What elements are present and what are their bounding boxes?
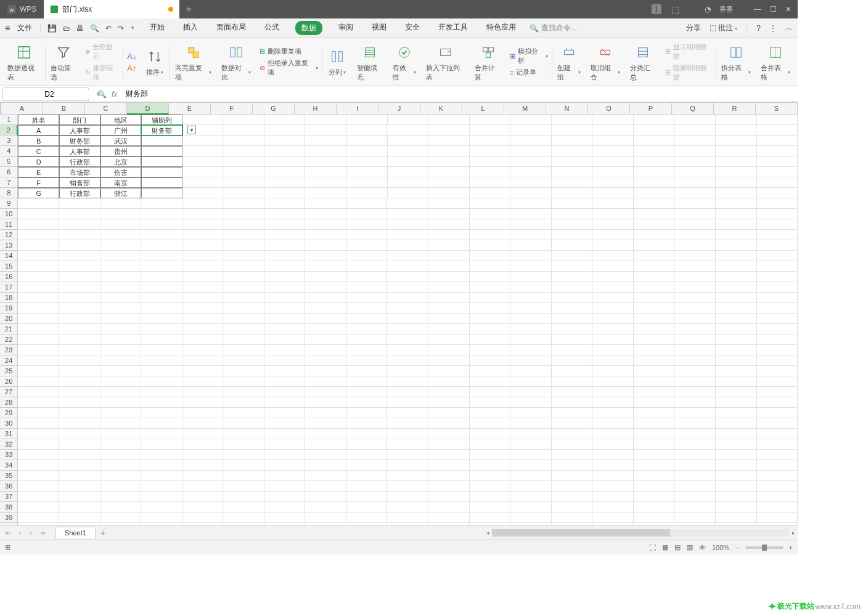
cell-L33[interactable]: [470, 450, 511, 460]
cell-J38[interactable]: [387, 502, 428, 513]
cell-F35[interactable]: [223, 471, 264, 481]
cell-A3[interactable]: B: [18, 136, 59, 146]
cell-F31[interactable]: [223, 429, 264, 439]
add-sheet-button[interactable]: +: [100, 528, 105, 538]
cell-N7[interactable]: [552, 177, 593, 188]
cell-R4[interactable]: [716, 146, 757, 156]
cell-N12[interactable]: [552, 230, 593, 240]
cell-P14[interactable]: [634, 251, 675, 261]
column-header-M[interactable]: M: [504, 102, 546, 115]
cell-Q2[interactable]: [674, 125, 716, 136]
ribbon-validation[interactable]: 有效性▾: [388, 38, 421, 86]
cell-Q16[interactable]: [674, 272, 716, 282]
row-header-27[interactable]: 27: [0, 387, 18, 397]
cell-H37[interactable]: [305, 492, 346, 502]
cell-M24[interactable]: [510, 355, 552, 366]
cell-D14[interactable]: [141, 251, 182, 261]
cell-M11[interactable]: [510, 219, 552, 230]
cell-L4[interactable]: [470, 146, 511, 156]
cell-N40[interactable]: [552, 523, 593, 525]
column-header-D[interactable]: D: [127, 102, 169, 115]
cell-R12[interactable]: [716, 230, 757, 240]
sheet-nav-last[interactable]: ⇥: [37, 529, 47, 537]
cell-R11[interactable]: [716, 219, 757, 230]
cell-L34[interactable]: [470, 460, 511, 471]
row-header-10[interactable]: 10: [0, 209, 18, 219]
cell-M37[interactable]: [510, 492, 552, 502]
cell-Q9[interactable]: [674, 198, 716, 209]
cell-G28[interactable]: [264, 397, 306, 408]
cell-B26[interactable]: [59, 376, 100, 387]
cell-P8[interactable]: [634, 188, 675, 198]
cell-H30[interactable]: [305, 418, 346, 429]
cell-D18[interactable]: [141, 293, 182, 303]
cell-S33[interactable]: [757, 450, 798, 460]
cell-D25[interactable]: [141, 366, 182, 376]
cell-R31[interactable]: [716, 429, 757, 439]
cell-R15[interactable]: [716, 261, 757, 272]
cell-R21[interactable]: [716, 324, 757, 334]
cell-J17[interactable]: [387, 282, 428, 293]
cell-O12[interactable]: [592, 230, 634, 240]
cell-E33[interactable]: [182, 450, 224, 460]
menu-file[interactable]: 文件: [14, 23, 36, 33]
cell-I13[interactable]: [346, 240, 388, 251]
cell-K36[interactable]: [428, 481, 470, 492]
cell-I10[interactable]: [346, 209, 388, 219]
cell-I19[interactable]: [346, 303, 388, 314]
cell-A24[interactable]: [18, 355, 59, 366]
cell-P23[interactable]: [634, 345, 675, 355]
cell-K14[interactable]: [428, 251, 470, 261]
cell-D12[interactable]: [141, 230, 182, 240]
ribbon-smart-fill[interactable]: 智能填充: [352, 38, 388, 86]
cell-F10[interactable]: [223, 209, 264, 219]
cell-E4[interactable]: [182, 146, 224, 156]
cell-L25[interactable]: [470, 366, 511, 376]
sheet-nav-first[interactable]: ⇤: [4, 529, 14, 537]
cell-B32[interactable]: [59, 439, 100, 450]
cell-F24[interactable]: [223, 355, 264, 366]
row-header-19[interactable]: 19: [0, 303, 18, 314]
cell-G8[interactable]: [264, 188, 306, 198]
ribbon-split-table[interactable]: 拆分表格▾: [716, 38, 756, 86]
cell-I17[interactable]: [346, 282, 388, 293]
help-icon[interactable]: ?: [756, 24, 761, 33]
cell-C25[interactable]: [100, 366, 142, 376]
cell-S38[interactable]: [757, 502, 798, 513]
cell-D34[interactable]: [141, 460, 182, 471]
undo-icon[interactable]: ↶: [105, 24, 112, 33]
cell-M32[interactable]: [510, 439, 552, 450]
cell-M4[interactable]: [510, 146, 552, 156]
ribbon-insert-dropdown[interactable]: 插入下拉列表: [421, 38, 470, 86]
cell-P31[interactable]: [634, 429, 675, 439]
cell-O2[interactable]: [592, 125, 634, 136]
cell-F6[interactable]: [223, 167, 264, 177]
cell-M7[interactable]: [510, 177, 552, 188]
cell-S19[interactable]: [757, 303, 798, 314]
ribbon-subtotal[interactable]: 分类汇总: [625, 38, 661, 86]
cell-O6[interactable]: [592, 167, 634, 177]
cell-J1[interactable]: [388, 115, 429, 125]
cell-B16[interactable]: [59, 272, 100, 282]
cell-C22[interactable]: [100, 334, 142, 345]
cell-M19[interactable]: [510, 303, 552, 314]
cell-Q35[interactable]: [674, 471, 716, 481]
cell-D6[interactable]: [141, 167, 182, 177]
cell-P21[interactable]: [634, 324, 675, 334]
cell-F8[interactable]: [223, 188, 264, 198]
cell-S16[interactable]: [757, 272, 798, 282]
cell-R39[interactable]: [716, 513, 757, 523]
cell-L12[interactable]: [470, 230, 511, 240]
cell-P34[interactable]: [634, 460, 675, 471]
cell-R24[interactable]: [716, 355, 757, 366]
cell-S31[interactable]: [757, 429, 798, 439]
cell-K25[interactable]: [428, 366, 470, 376]
cell-R8[interactable]: [716, 188, 757, 198]
ribbon-reject-dup[interactable]: ⊘拒绝录入重复项▾: [260, 59, 317, 77]
cell-H31[interactable]: [305, 429, 346, 439]
cell-N37[interactable]: [552, 492, 593, 502]
zoom-slider[interactable]: [746, 546, 783, 549]
cell-M23[interactable]: [510, 345, 552, 355]
cell-M40[interactable]: [510, 523, 552, 525]
cell-A33[interactable]: [18, 450, 59, 460]
